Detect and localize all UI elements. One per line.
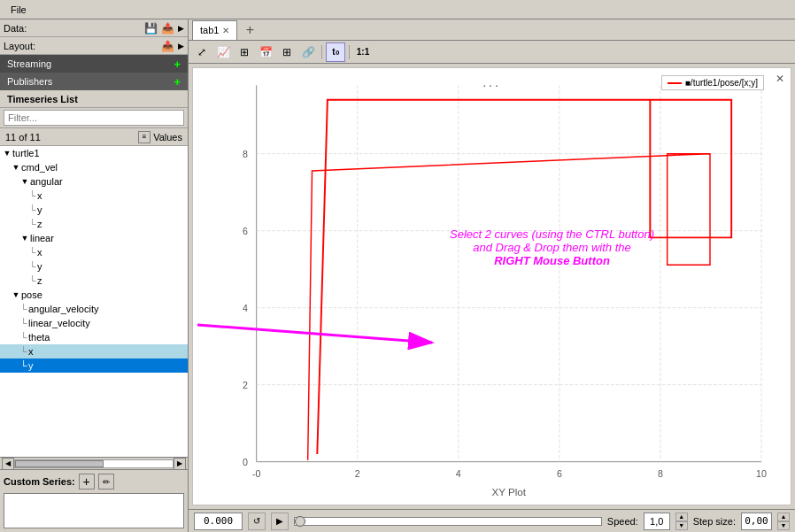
step-up-button[interactable]: ▲ xyxy=(777,513,790,521)
step-value-display[interactable]: 0,00 xyxy=(741,513,772,530)
chart-path-svg xyxy=(193,68,791,505)
list-item[interactable]: └ theta xyxy=(0,330,188,344)
scrollbar-thumb[interactable] xyxy=(15,460,104,467)
values-button[interactable]: ≡ Values xyxy=(138,131,182,143)
list-item[interactable]: ▼ cmd_vel xyxy=(0,160,188,174)
custom-series-label: Custom Series: xyxy=(4,476,75,487)
list-item[interactable]: └ y xyxy=(0,259,188,274)
tab-close-button[interactable]: ✕ xyxy=(222,26,229,35)
data-icon[interactable]: 💾 xyxy=(144,22,158,35)
menu-bar: File xyxy=(0,0,795,19)
streaming-add-button[interactable]: + xyxy=(174,58,181,71)
filter-input[interactable] xyxy=(4,110,184,126)
speed-label: Speed: xyxy=(607,516,638,527)
node-text: x xyxy=(37,247,42,258)
progress-thumb[interactable] xyxy=(295,516,305,527)
tab-tab1[interactable]: tab1 ✕ xyxy=(192,20,237,40)
step-down-button[interactable]: ▼ xyxy=(777,521,790,530)
tree-line: └ xyxy=(28,204,37,215)
tree-line: └ xyxy=(19,332,28,343)
custom-series-edit-button[interactable]: ✏ xyxy=(98,474,114,490)
expand-icon: ▼ xyxy=(2,149,12,158)
table-tool-button[interactable]: ⊞ xyxy=(277,42,297,62)
scroll-right-button[interactable]: ▶ xyxy=(174,458,186,470)
count-text: 11 of 11 xyxy=(5,132,41,143)
list-item[interactable]: └ z xyxy=(0,274,188,288)
node-text: z xyxy=(37,219,42,229)
bottom-controls: 0.000 ↺ ▶ Speed: 1,0 ▲ ▼ Step size: 0,00… xyxy=(189,509,795,532)
custom-series-header: Custom Series: + ✏ xyxy=(4,474,184,490)
custom-series-add-button[interactable]: + xyxy=(79,474,95,490)
tree-line: └ xyxy=(19,346,28,357)
link-tool-button[interactable]: 🔗 xyxy=(298,42,318,62)
toolbar: ⤢ 📈 ⊞ 📅 ⊞ 🔗 t₀ 1:1 xyxy=(189,41,795,64)
list-item[interactable]: ▼ turtle1 xyxy=(0,146,188,160)
list-item[interactable]: ▼ linear xyxy=(0,231,188,245)
custom-series-list xyxy=(4,493,184,528)
list-item[interactable]: ▼ angular xyxy=(0,174,188,189)
node-text: angular xyxy=(30,176,63,187)
node-text: linear xyxy=(30,233,54,243)
publishers-label: Publishers xyxy=(7,76,174,87)
list-item-y-selected[interactable]: └ y xyxy=(0,359,188,373)
expand-icon: ▼ xyxy=(19,177,30,186)
list-item[interactable]: └ angular_velocity xyxy=(0,302,188,316)
layout-row: Layout: 📤 ▶ xyxy=(0,37,188,55)
scrollbar-track[interactable] xyxy=(14,459,174,468)
play-button[interactable]: ▶ xyxy=(271,513,289,530)
tab-bar: tab1 ✕ + xyxy=(189,19,795,41)
list-item[interactable]: └ x xyxy=(0,245,188,259)
streaming-section[interactable]: Streaming + xyxy=(0,55,188,73)
node-text: y xyxy=(28,360,34,371)
publishers-section[interactable]: Publishers + xyxy=(0,73,188,90)
calendar-tool-button[interactable]: 📅 xyxy=(256,42,275,62)
values-icon: ≡ xyxy=(138,131,151,143)
speed-down-button[interactable]: ▼ xyxy=(675,521,688,530)
values-label: Values xyxy=(153,132,182,143)
list-item[interactable]: └ linear_velocity xyxy=(0,316,188,330)
scroll-left-button[interactable]: ◀ xyxy=(2,458,14,470)
toolbar-separator2 xyxy=(349,45,350,59)
filter-row xyxy=(0,108,188,128)
node-text: x xyxy=(37,190,42,201)
tab-add-button[interactable]: + xyxy=(241,21,259,39)
left-panel: Data: 💾 📤 ▶ Layout: 📤 ▶ Streaming + Publ… xyxy=(0,19,189,532)
list-item[interactable]: └ z xyxy=(0,217,188,231)
list-item[interactable]: └ y xyxy=(0,203,188,217)
tree-line: └ xyxy=(28,190,37,201)
t0-tool-button[interactable]: t₀ xyxy=(326,42,345,62)
tree-line: └ xyxy=(19,304,28,314)
speed-spin-buttons: ▲ ▼ xyxy=(675,513,688,530)
publishers-add-button[interactable]: + xyxy=(174,75,181,89)
list-item-x-selected[interactable]: └ x xyxy=(0,344,188,359)
data-export-icon[interactable]: 📤 xyxy=(161,22,174,35)
tree-line: └ xyxy=(28,247,37,258)
chart-tool-button[interactable]: 📈 xyxy=(213,42,233,62)
speed-value-display[interactable]: 1,0 xyxy=(644,513,670,530)
expand-icon: ▼ xyxy=(11,163,21,172)
speed-up-button[interactable]: ▲ xyxy=(675,513,688,521)
node-text: z xyxy=(37,275,42,286)
layout-icon[interactable]: 📤 xyxy=(161,40,174,52)
grid-tool-button[interactable]: ⊞ xyxy=(235,42,254,62)
menu-file[interactable]: File xyxy=(4,3,34,17)
node-text: cmd_vel xyxy=(21,162,58,173)
move-tool-button[interactable]: ⤢ xyxy=(192,42,212,62)
ratio-tool-button[interactable]: 1:1 xyxy=(353,42,373,62)
data-arrow-icon: ▶ xyxy=(178,24,184,33)
reset-button[interactable]: ↺ xyxy=(248,513,266,530)
timeseries-section: Timeseries List xyxy=(0,90,188,108)
right-panel: tab1 ✕ + ⤢ 📈 ⊞ 📅 ⊞ 🔗 t₀ 1:1 xyxy=(189,19,795,532)
tree-line: └ xyxy=(19,318,28,328)
list-item[interactable]: └ x xyxy=(0,189,188,203)
list-item[interactable]: ▼ pose xyxy=(0,288,188,302)
horizontal-scrollbar[interactable]: ◀ ▶ xyxy=(0,457,188,469)
step-label: Step size: xyxy=(693,516,736,527)
expand-icon: ▼ xyxy=(11,290,21,299)
tree-line: └ xyxy=(28,261,37,272)
progress-bar[interactable] xyxy=(294,517,602,526)
layout-arrow-icon: ▶ xyxy=(178,42,184,50)
tree-line: └ xyxy=(28,219,37,229)
data-label: Data: xyxy=(4,23,144,34)
timeseries-label: Timeseries List xyxy=(7,94,181,104)
